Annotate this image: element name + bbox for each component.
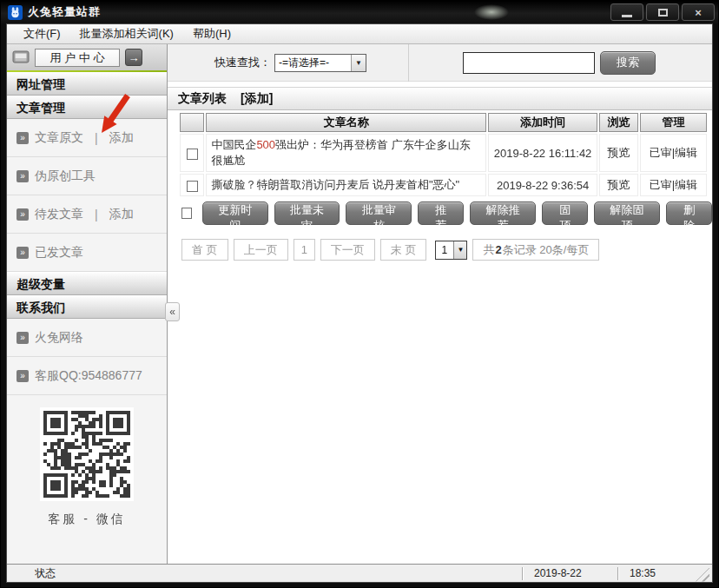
search-button[interactable]: 搜索 — [600, 51, 656, 75]
quick-find-select[interactable]: -=请选择=- ▼ — [274, 54, 366, 72]
sidebar-section-url-management[interactable]: 网址管理 — [7, 72, 167, 96]
preview-link[interactable]: 预览 — [599, 134, 638, 172]
column-article-name: 文章名称 — [206, 113, 486, 132]
app-window: 火兔轻量站群 × 文件(F) 批量添加相关词(K) 帮助(H) — [0, 0, 719, 588]
sidebar-item-service-qq[interactable]: » 客服QQ:954886777 — [7, 357, 167, 395]
update-time-button[interactable]: 更新时间 — [202, 202, 268, 225]
article-time: 2019-8-22 16:11:42 — [488, 134, 597, 172]
sidebar-item-published-articles[interactable]: » 已发文章 — [7, 234, 167, 272]
page-select-value: 1 — [436, 244, 453, 256]
prev-page-button[interactable]: 上一页 — [234, 239, 288, 261]
divider — [408, 44, 409, 82]
article-table: 文章名称 添加时间 浏览 管理 中国民企500强出炉：华为再登榜首 广东牛企多山… — [178, 111, 709, 198]
status-time: 18:35 — [619, 567, 696, 579]
preview-link[interactable]: 预览 — [599, 174, 638, 196]
list-title: 文章列表 — [178, 91, 227, 107]
menu-file[interactable]: 文件(F) — [14, 24, 70, 43]
sidebar-item-label: 伪原创工具 — [35, 168, 96, 184]
statusbar: 状态 2019-8-22 18:35 — [7, 564, 712, 582]
close-button[interactable]: × — [682, 3, 715, 21]
add-link[interactable]: 添加 — [109, 130, 134, 146]
rabbit-logo-icon — [8, 5, 23, 20]
search-input[interactable] — [463, 52, 595, 74]
chevron-right-icon: » — [16, 208, 29, 221]
chevron-down-icon: ▼ — [453, 241, 466, 259]
titlebar: 火兔轻量站群 × — [1, 1, 718, 23]
minimize-button[interactable] — [610, 3, 643, 21]
article-title: 撕破脸？特朗普取消访问丹麦后 说丹麦首相"恶心" — [206, 174, 486, 196]
batch-unreview-button[interactable]: 批量未审 — [274, 202, 340, 225]
select-all-checkbox[interactable] — [181, 208, 192, 219]
sidebar-item-pseudo-original-tool[interactable]: » 伪原创工具 — [7, 157, 167, 195]
sidebar-item-label: 待发文章 — [35, 207, 83, 222]
minimize-icon — [622, 15, 632, 17]
menu-batch-add-keywords[interactable]: 批量添加相关词(K) — [70, 24, 183, 43]
article-list-header: 文章列表 [添加] — [168, 87, 712, 110]
keyword-highlight: 500 — [256, 138, 275, 151]
last-page-button[interactable]: 末 页 — [380, 239, 427, 261]
quick-find-bar: 快速查找： -=请选择=- ▼ 搜索 — [168, 44, 712, 82]
qr-block: 客服 - 微信 — [7, 395, 167, 527]
table-row: 中国民企500强出炉：华为再登榜首 广东牛企多山东很尴尬 2019-8-22 1… — [180, 134, 707, 172]
sidebar-section-contact-us[interactable]: 联系我们 — [7, 295, 167, 319]
add-link[interactable]: 添加 — [109, 207, 134, 222]
column-view: 浏览 — [599, 113, 638, 132]
article-title: 中国民企500强出炉：华为再登榜首 广东牛企多山东很尴尬 — [206, 134, 486, 172]
add-article-link[interactable]: [添加] — [241, 91, 273, 107]
status-date: 2019-8-22 — [524, 567, 617, 579]
sidebar-item-label: 已发文章 — [35, 245, 83, 261]
resize-grip-icon[interactable] — [696, 568, 709, 582]
sidebar-section-super-variables[interactable]: 超级变量 — [7, 272, 167, 295]
window-body: 文件(F) 批量添加相关词(K) 帮助(H) 用 户 中 心 → 网址管理 — [6, 23, 713, 583]
collapse-sidebar-button[interactable]: « — [165, 302, 180, 321]
column-checkbox — [180, 113, 204, 132]
record-summary: 共2条记录 20条/每页 — [472, 239, 599, 261]
sidebar-item-huotu-network[interactable]: » 火兔网络 — [7, 319, 167, 357]
maximize-icon — [658, 9, 668, 17]
chevron-right-icon: » — [16, 170, 29, 182]
separator: | — [89, 131, 103, 145]
record-count: 2 — [495, 243, 501, 256]
sidebar-top-bar: 用 户 中 心 → — [7, 44, 167, 70]
sidebar: 用 户 中 心 → 网址管理 文章管理 » 文章原文 | 添加 » 伪原创工具 — [7, 44, 168, 564]
chevron-right-icon: » — [16, 132, 29, 144]
monitor-icon — [12, 50, 30, 65]
table-header-row: 文章名称 添加时间 浏览 管理 — [180, 113, 707, 132]
sidebar-item-article-original[interactable]: » 文章原文 | 添加 — [7, 119, 167, 157]
menu-help[interactable]: 帮助(H) — [183, 24, 241, 43]
qr-caption: 客服 - 微信 — [7, 512, 167, 527]
arrow-right-button[interactable]: → — [125, 49, 142, 66]
titlebar-glare — [474, 4, 509, 20]
recommend-button[interactable]: 推荐 — [418, 202, 464, 225]
window-controls: × — [610, 3, 715, 21]
maximize-button[interactable] — [646, 3, 679, 21]
unrecommend-button[interactable]: 解除推荐 — [470, 202, 536, 225]
page-select[interactable]: 1 ▼ — [435, 241, 467, 260]
manage-links[interactable]: 已审|编辑 — [640, 174, 707, 196]
close-icon: × — [695, 6, 702, 19]
manage-links[interactable]: 已审|编辑 — [640, 134, 707, 172]
column-manage: 管理 — [640, 113, 707, 132]
sidebar-section-article-management[interactable]: 文章管理 — [7, 96, 167, 119]
pin-top-button[interactable]: 固顶 — [542, 202, 588, 225]
main-panel: 快速查找： -=请选择=- ▼ 搜索 文章列表 [添加] — [168, 44, 712, 564]
sidebar-item-pending-articles[interactable]: » 待发文章 | 添加 — [7, 195, 167, 234]
qr-code — [40, 407, 134, 501]
status-label: 状态 — [35, 566, 56, 581]
menubar: 文件(F) 批量添加相关词(K) 帮助(H) — [7, 24, 712, 44]
next-page-button[interactable]: 下一页 — [320, 239, 375, 261]
row-checkbox[interactable] — [187, 149, 198, 160]
article-time: 2019-8-22 9:36:54 — [488, 174, 597, 196]
first-page-button[interactable]: 首 页 — [181, 239, 228, 261]
chevron-right-icon: » — [16, 332, 29, 344]
sidebar-item-label: 文章原文 — [35, 130, 83, 146]
row-checkbox[interactable] — [187, 181, 198, 192]
user-center-button[interactable]: 用 户 中 心 — [35, 49, 120, 67]
sidebar-item-label: 火兔网络 — [35, 330, 83, 346]
batch-review-button[interactable]: 批量审核 — [346, 202, 412, 225]
delete-button[interactable]: 删除 — [666, 202, 712, 225]
column-add-time: 添加时间 — [488, 113, 597, 132]
sidebar-item-label: 客服QQ:954886777 — [35, 368, 142, 384]
unpin-top-button[interactable]: 解除固顶 — [594, 202, 660, 225]
current-page-indicator: 1 — [294, 239, 315, 261]
